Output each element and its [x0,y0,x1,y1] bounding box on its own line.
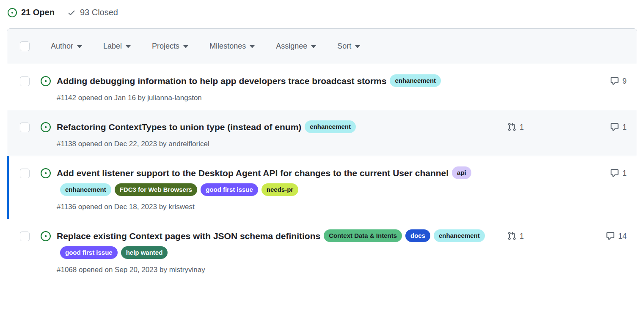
issue-select-checkbox[interactable] [20,123,30,132]
comment-count: 1 [622,123,627,132]
chevron-down-icon [77,45,82,48]
issue-rows: Adding debugging information to help app… [7,64,637,282]
issue-label[interactable]: enhancement [390,74,441,87]
issue-opened-icon [8,8,17,17]
select-all-checkbox[interactable] [20,41,30,51]
issue-label[interactable]: FDC3 for Web Browsers [115,183,197,196]
issue-title-line: Refactoring ContextTypes to union type (… [57,119,500,136]
issues-list-container: Author Label Projects Milestones Assigne… [7,28,637,287]
linked-pr-indicator[interactable]: 1 [507,123,524,133]
issue-title-line: Add event listener support to the Deskto… [57,165,500,199]
issue-select-checkbox[interactable] [20,76,30,86]
comment-icon [606,232,615,240]
chevron-down-icon [311,45,316,48]
issue-label[interactable]: enhancement [305,120,356,133]
filter-label: Sort [337,42,351,51]
issue-title-line: Replace existing Context pages with JSON… [57,228,500,262]
issue-title-line: Adding debugging information to help app… [57,73,500,90]
filter-dropdown-assignee[interactable]: Assignee [276,42,316,51]
comment-icon [610,169,619,177]
filter-label: Assignee [276,42,307,51]
issue-main: Adding debugging information to help app… [57,73,500,102]
issue-main: Add event listener support to the Deskto… [57,165,500,211]
issue-label[interactable]: needs-pr [261,183,298,196]
chevron-down-icon [250,45,255,48]
issue-row: Replace existing Context pages with JSON… [7,219,637,282]
comment-count: 1 [622,169,627,178]
chevron-down-icon [126,45,131,48]
comment-count: 9 [622,76,627,86]
git-pull-request-icon [507,232,516,240]
issue-side: 1 [500,165,627,211]
issues-page: 21 Open 93 Closed Author Label Projects … [0,0,644,287]
open-issues-filter[interactable]: 21 Open [8,8,55,17]
comment-indicator[interactable]: 1 [600,123,627,133]
filter-label: Author [51,42,73,51]
issue-label[interactable]: help wanted [121,246,168,259]
issue-select-checkbox[interactable] [20,169,30,178]
issue-label[interactable]: enhancement [60,183,111,196]
issue-side: 1 1 [500,119,627,148]
issue-select-checkbox[interactable] [20,232,30,241]
linked-pr-indicator[interactable]: 1 [507,232,524,242]
filter-dropdown-sort[interactable]: Sort [337,42,360,51]
issue-main: Refactoring ContextTypes to union type (… [57,119,500,148]
issue-opened-icon [41,168,51,211]
issue-row-partial [7,282,637,287]
filter-dropdown-author[interactable]: Author [51,42,82,51]
linked-pr-count: 1 [520,123,524,132]
comment-icon [610,123,619,131]
issue-row: Refactoring ContextTypes to union type (… [7,110,637,156]
issue-opened-icon [41,76,51,102]
issue-meta: #1068 opened on Sep 20, 2023 by mistryvi… [57,266,500,274]
filter-label: Projects [152,42,179,51]
issue-label[interactable]: Context Data & Intents [324,229,402,242]
filter-dropdown-milestones[interactable]: Milestones [209,42,255,51]
comment-indicator[interactable]: 1 [600,169,627,179]
comment-indicator[interactable]: 9 [600,76,627,87]
issue-title-link[interactable]: Replace existing Context pages with JSON… [57,231,320,241]
filter-dropdown-list: Author Label Projects Milestones Assigne… [51,42,360,51]
chevron-down-icon [355,45,360,48]
issue-opened-icon [41,122,51,148]
filter-label: Milestones [209,42,246,51]
issues-filter-bar: Author Label Projects Milestones Assigne… [7,29,637,64]
chevron-down-icon [183,45,188,48]
filter-label: Label [103,42,122,51]
issue-label[interactable]: api [452,166,471,179]
closed-issues-filter[interactable]: 93 Closed [67,8,118,17]
issue-label[interactable]: good first issue [201,183,258,196]
git-pull-request-icon [507,123,516,131]
issue-title-link[interactable]: Adding debugging information to help app… [57,76,386,86]
linked-pr-count: 1 [520,232,524,241]
filter-dropdown-label[interactable]: Label [103,42,131,51]
issue-opened-icon [41,231,51,274]
issue-label[interactable]: good first issue [60,246,118,259]
issue-row: Adding debugging information to help app… [7,64,637,110]
comment-icon [610,76,619,85]
issue-side: 9 [500,73,627,102]
comment-count: 14 [618,232,627,241]
issue-title-link[interactable]: Refactoring ContextTypes to union type (… [57,122,301,132]
comment-indicator[interactable]: 14 [600,232,627,242]
issue-title-link[interactable]: Add event listener support to the Deskto… [57,168,449,178]
issue-row: Add event listener support to the Deskto… [7,156,637,219]
issue-meta: #1138 opened on Dec 22, 2023 by andreifl… [57,140,500,148]
open-count-label: 21 Open [21,8,55,17]
issue-main: Replace existing Context pages with JSON… [57,228,500,274]
issue-state-summary: 21 Open 93 Closed [7,6,637,20]
issue-label[interactable]: enhancement [434,229,485,242]
closed-count-label: 93 Closed [80,8,118,17]
issue-label[interactable]: docs [405,229,430,242]
issue-side: 1 14 [500,228,627,274]
issue-meta: #1136 opened on Dec 18, 2023 by kriswest [57,203,500,211]
filter-dropdown-projects[interactable]: Projects [152,42,188,51]
issue-meta: #1142 opened on Jan 16 by julianna-langs… [57,94,500,102]
check-icon [67,8,76,17]
